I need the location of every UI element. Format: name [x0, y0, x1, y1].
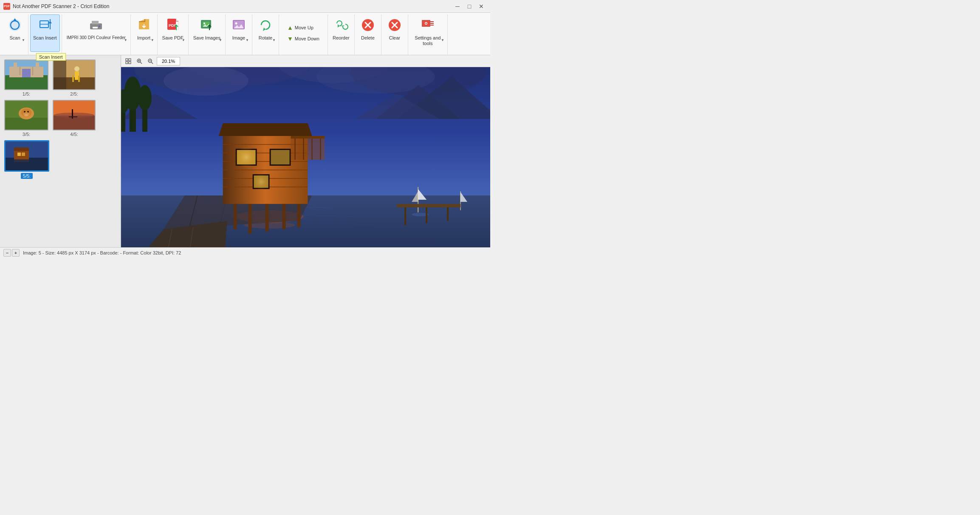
thumb-row-3: 5/5: [4, 140, 116, 179]
scan-insert-button[interactable]: Scan Insert [30, 14, 60, 52]
move-buttons: ▲ Move Up ▼ Move Down [281, 14, 326, 52]
move-down-button[interactable]: ▼ Move Down [283, 34, 323, 44]
svg-rect-124 [271, 150, 290, 164]
rotate-dropdown-arrow: ▼ [272, 38, 276, 42]
thumbnail-3[interactable]: 3/5: [4, 100, 48, 137]
svg-rect-71 [14, 147, 29, 151]
status-zoom-out-button[interactable]: − [3, 249, 11, 257]
thumb-label-5: 5/5: [21, 173, 33, 179]
move-group: ▲ Move Up ▼ Move Down [279, 14, 328, 55]
svg-point-17 [203, 23, 205, 24]
thumb-row-2: 3/5: 4/5: [4, 100, 116, 137]
delete-icon [359, 17, 376, 34]
svg-rect-75 [126, 59, 128, 61]
svg-rect-76 [129, 59, 131, 61]
svg-rect-134 [234, 204, 237, 229]
canvas-image-area [121, 67, 490, 247]
svg-rect-74 [6, 159, 48, 170]
close-button[interactable]: ✕ [476, 1, 487, 12]
rotate-group: Rotate ▼ [252, 14, 279, 55]
zoom-input[interactable] [157, 57, 180, 65]
svg-rect-77 [126, 62, 128, 64]
settings-group: Settings and tools ▼ [408, 14, 448, 55]
zoom-out-icon [147, 58, 153, 64]
image-button[interactable]: Image ▼ [227, 14, 250, 52]
window-controls: ─ □ ✕ [452, 1, 487, 12]
save-pdf-group: PDF Save PDF ▼ [158, 14, 189, 55]
main-preview-svg [121, 67, 490, 247]
zoom-out-button[interactable] [146, 57, 155, 66]
move-down-icon: ▼ [287, 35, 293, 42]
impri-group: IMPRI 300 DPI Couleur Feeder ▼ [62, 14, 131, 55]
reorder-button[interactable]: Reorder [330, 14, 353, 52]
import-button[interactable]: Import ▼ [133, 14, 155, 52]
thumb-label-4: 4/5: [70, 132, 78, 137]
impri-dropdown-arrow: ▼ [124, 38, 127, 42]
move-up-icon: ▲ [287, 24, 293, 31]
move-up-button[interactable]: ▲ Move Up [283, 23, 323, 33]
zoom-in-button[interactable] [135, 57, 144, 66]
grid-view-button[interactable] [124, 57, 133, 66]
impri-icon [88, 17, 104, 34]
svg-rect-54 [5, 118, 48, 130]
svg-marker-113 [219, 123, 312, 136]
svg-rect-136 [265, 204, 269, 232]
canvas-toolbar [121, 55, 490, 67]
svg-rect-48 [54, 60, 66, 89]
clear-group: Clear [381, 14, 408, 55]
svg-point-122 [236, 147, 257, 168]
svg-point-100 [138, 85, 152, 110]
thumbnail-5[interactable]: 5/5: [4, 140, 49, 179]
image-group: Image ▼ [226, 14, 252, 55]
svg-point-91 [164, 67, 249, 96]
svg-rect-10 [93, 27, 98, 28]
save-pdf-dropdown-arrow: ▼ [182, 38, 185, 42]
app-title: Not Another PDF Scanner 2 - Cricri Editi… [13, 3, 452, 9]
scan-insert-icon [37, 17, 54, 34]
thumbnail-2[interactable]: 2/5: [53, 59, 96, 96]
settings-button[interactable]: Settings and tools ▼ [410, 14, 446, 52]
thumb-image-5 [4, 140, 49, 172]
status-zoom-in-button[interactable]: + [12, 249, 20, 257]
thumb-label-2: 2/5: [70, 91, 78, 96]
svg-marker-23 [338, 24, 339, 28]
grid-icon [125, 58, 131, 64]
app-icon: PDF [3, 3, 10, 10]
clear-button[interactable]: Clear [383, 14, 406, 52]
delete-button[interactable]: Delete [356, 14, 379, 52]
svg-rect-129 [291, 139, 325, 160]
save-images-dropdown-arrow: ▼ [219, 38, 222, 42]
status-zoom-controls: − + [3, 249, 20, 257]
impri-button[interactable]: IMPRI 300 DPI Couleur Feeder ▼ [64, 14, 129, 52]
thumbnail-1[interactable]: 1/5: [4, 59, 48, 96]
thumbnail-4[interactable]: 4/5: [53, 100, 96, 137]
svg-rect-41 [14, 62, 17, 69]
svg-rect-51 [72, 76, 74, 82]
svg-rect-43 [22, 69, 31, 77]
svg-point-49 [74, 66, 79, 71]
settings-dropdown-arrow: ▼ [441, 38, 444, 42]
import-group: Import ▼ [131, 14, 158, 55]
svg-marker-22 [263, 28, 265, 31]
thumb-image-2 [53, 59, 96, 90]
save-pdf-button[interactable]: PDF Save PDF ▼ [159, 14, 186, 52]
reorder-icon [333, 17, 350, 34]
svg-rect-73 [22, 153, 25, 156]
save-images-icon [198, 17, 215, 34]
svg-point-21 [235, 23, 237, 25]
thumb-image-3 [4, 100, 48, 130]
rotate-button[interactable]: Rotate ▼ [254, 14, 277, 52]
status-bar: − + Image: 5 - Size: 4485 px X 3174 px -… [0, 247, 490, 258]
svg-point-11 [99, 25, 100, 27]
maximize-button[interactable]: □ [464, 1, 475, 12]
svg-rect-137 [282, 204, 286, 229]
thumb-label-3: 3/5: [23, 132, 30, 137]
svg-line-80 [140, 62, 142, 64]
save-images-button[interactable]: Save Images ▼ [190, 14, 223, 52]
minimize-button[interactable]: ─ [452, 1, 463, 12]
svg-line-84 [151, 62, 153, 64]
svg-rect-138 [297, 204, 301, 227]
rotate-icon [257, 17, 274, 34]
status-text: Image: 5 - Size: 4485 px X 3174 px - Bar… [23, 250, 181, 255]
scan-button[interactable]: Scan ▼ [3, 14, 26, 52]
